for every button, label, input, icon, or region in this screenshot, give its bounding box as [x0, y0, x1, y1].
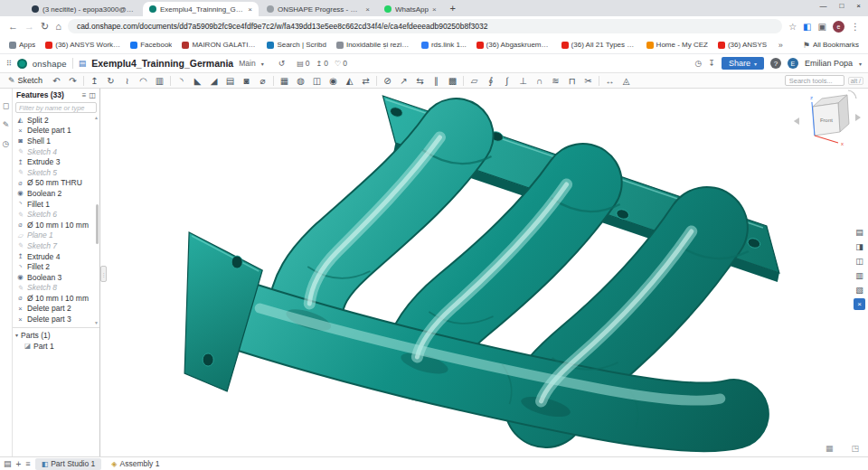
versions-history-icon[interactable]: ↺ — [278, 59, 286, 68]
window-minimize-button[interactable]: — — [819, 2, 826, 10]
sweep-tool-icon[interactable]: ≀ — [119, 74, 135, 88]
feature-item[interactable]: ◭ Split 2 — [13, 115, 99, 126]
bookmark-abgaskruemmer[interactable]: (36) Abgaskruemme... — [476, 41, 552, 49]
branch-selector[interactable]: Main — [239, 59, 255, 68]
panel-settings-icon[interactable]: ◫ — [89, 91, 96, 99]
user-name[interactable]: Emilian Popa — [805, 59, 853, 68]
fillet-tool-icon[interactable]: ◝ — [174, 74, 189, 88]
history-panel-icon[interactable]: ◷ — [3, 139, 10, 148]
feature-item[interactable]: ◉ Boolean 2 — [13, 188, 99, 199]
circular-pattern-tool-icon[interactable]: ◍ — [293, 74, 308, 88]
forward-icon[interactable]: → — [24, 21, 34, 32]
view-cube[interactable]: Front z x — [794, 90, 861, 146]
loft-tool-icon[interactable]: ◠ — [136, 74, 151, 88]
feature-item[interactable]: ⌀ Ø 10 mm I 10 mm — [13, 220, 99, 230]
toolbar-tool[interactable] — [83, 76, 84, 86]
scroll-up-icon[interactable]: ▲ — [94, 115, 99, 120]
feature-item[interactable]: ✎ Sketch 6 — [13, 209, 99, 220]
viewport-settings-icon[interactable]: ◳ — [851, 444, 859, 453]
rotate-right-arrow-icon[interactable] — [855, 114, 861, 121]
spline-tool-icon[interactable]: ∫ — [499, 74, 514, 88]
user-menu-caret-icon[interactable]: ▾ — [859, 61, 862, 67]
back-icon[interactable]: ← — [8, 21, 18, 32]
tab-mail[interactable]: (3 necitite) - epopa3000@gm... — [25, 2, 141, 16]
likes-count[interactable]: ♡ 0 — [335, 59, 347, 68]
rotate-left-arrow-icon[interactable] — [794, 118, 799, 125]
history-icon[interactable]: ◷ — [695, 59, 703, 68]
tab-menu-icon[interactable]: ≡ — [25, 459, 30, 468]
bookmark-inoxidabile[interactable]: Inoxidabile și rezist... — [336, 41, 411, 49]
panel-scrollbar[interactable] — [96, 204, 99, 244]
bookmark-scribd[interactable]: Search | Scribd — [267, 41, 326, 49]
branch-caret-icon[interactable]: ▾ — [261, 61, 264, 67]
view-cube-front-label[interactable]: Front — [820, 118, 833, 123]
tab-onshape-document[interactable]: Exemplu4_Trainning_Germania × — [143, 2, 259, 16]
project-curve-tool-icon[interactable]: ⊥ — [515, 74, 531, 88]
mass-properties-tool-icon[interactable]: ◬ — [618, 74, 634, 88]
scroll-down-icon[interactable]: ▼ — [94, 320, 99, 325]
undo-tool-icon[interactable]: ↶ — [49, 74, 64, 88]
tab-close-icon[interactable]: × — [248, 5, 252, 14]
feature-item[interactable]: ◙ Shell 1 — [13, 136, 99, 146]
shell-tool-icon[interactable]: ◙ — [239, 74, 254, 88]
toolbar-tool[interactable] — [170, 76, 171, 86]
exit-isolate-icon[interactable]: × — [854, 298, 865, 310]
plane-tool-icon[interactable]: ▱ — [467, 74, 482, 88]
bookmark-ansys-workbench-2[interactable]: (36) ANSYS Workbe... — [718, 41, 769, 49]
redo-tool-icon[interactable]: ↷ — [65, 74, 80, 88]
bookmarks-overflow-icon[interactable]: » — [778, 41, 783, 50]
feature-item[interactable]: ▱ Plane 1 — [13, 230, 99, 241]
trim-curve-tool-icon[interactable]: ✂ — [580, 74, 596, 88]
tab-whatsapp[interactable]: WhatsApp × — [378, 2, 443, 16]
thicken-tool-icon[interactable]: ▥ — [152, 74, 167, 88]
user-avatar[interactable]: E — [788, 58, 798, 69]
left-flange[interactable] — [184, 232, 262, 391]
transform-tool-icon[interactable]: ⇄ — [358, 74, 373, 88]
home-icon[interactable]: ⌂ — [55, 21, 61, 32]
exports-count[interactable]: ↥ 0 — [316, 59, 328, 68]
share-button[interactable]: Share ▾ — [722, 57, 764, 70]
comments-icon[interactable]: ◻ — [3, 101, 9, 110]
feature-item[interactable]: × Delete part 3 — [13, 314, 99, 324]
browser-menu-icon[interactable]: ⋮ — [851, 22, 860, 32]
display-states-icon[interactable]: ◨ — [854, 240, 865, 252]
grid-display-icon[interactable]: ▦ — [826, 444, 834, 453]
move-face-tool-icon[interactable]: ↗ — [396, 74, 411, 88]
extrude-tool-icon[interactable]: ↥ — [87, 74, 102, 88]
part-item[interactable]: ◪ Part 1 — [13, 341, 99, 352]
measure-panel-icon[interactable]: ▥ — [854, 269, 865, 281]
bookmark-rds-link[interactable]: rds.link 1... — [421, 41, 467, 49]
panel-toggle-icon[interactable]: ▤ — [4, 459, 12, 468]
parts-section-header[interactable]: ▾ Parts (1) — [13, 330, 99, 341]
feature-item[interactable]: × Delete part 2 — [13, 304, 99, 315]
rotate-cw-arc-icon[interactable] — [848, 90, 856, 99]
feature-item[interactable]: ✎ Sketch 5 — [13, 167, 99, 178]
apps-grid-icon[interactable]: ⠿ — [6, 60, 12, 68]
viewport[interactable]: Front z x ▤ ◨ ◫ — [100, 89, 868, 456]
toolbar-tool[interactable] — [273, 76, 274, 86]
tab-mind-luster[interactable]: ONSHAPE Progress - Mind Lu... × — [260, 2, 376, 16]
delete-face-tool-icon[interactable]: ⊘ — [380, 74, 395, 88]
tab-assembly-1[interactable]: ◈ Assembly 1 — [105, 458, 165, 470]
manifold-model[interactable] — [184, 96, 779, 427]
fill-surface-tool-icon[interactable]: ▩ — [445, 74, 460, 88]
feature-item[interactable]: ◝ Fillet 2 — [13, 261, 99, 272]
revolve-tool-icon[interactable]: ↻ — [103, 74, 118, 88]
reload-icon[interactable]: ↻ — [41, 21, 49, 33]
tab-close-icon[interactable]: × — [432, 5, 437, 14]
mirror-tool-icon[interactable]: ◫ — [309, 74, 325, 88]
url-field[interactable]: cad.onshape.com/documents/dd7a5909b2fc9c… — [68, 19, 782, 33]
appearance-panel-icon[interactable]: ▤ — [854, 226, 865, 238]
feature-item[interactable]: ◉ Boolean 3 — [13, 272, 99, 283]
window-close-button[interactable]: × — [856, 2, 861, 10]
split-tool-icon[interactable]: ◭ — [342, 74, 357, 88]
bookmark-ansys-workbench-1[interactable]: (36) ANSYS Workbe... — [45, 41, 120, 49]
panel-resize-grip[interactable]: ⋮ — [100, 266, 107, 282]
markup-icon[interactable]: ✎ — [3, 120, 10, 129]
filter-options-icon[interactable]: ≡ — [82, 91, 87, 99]
toolbar-tool[interactable] — [376, 76, 377, 86]
offset-surface-tool-icon[interactable]: ∥ — [429, 74, 444, 88]
profile-avatar[interactable]: e — [833, 21, 844, 33]
export-icon[interactable]: ↧ — [708, 59, 715, 68]
comments-count[interactable]: ▤ 0 — [297, 59, 309, 68]
